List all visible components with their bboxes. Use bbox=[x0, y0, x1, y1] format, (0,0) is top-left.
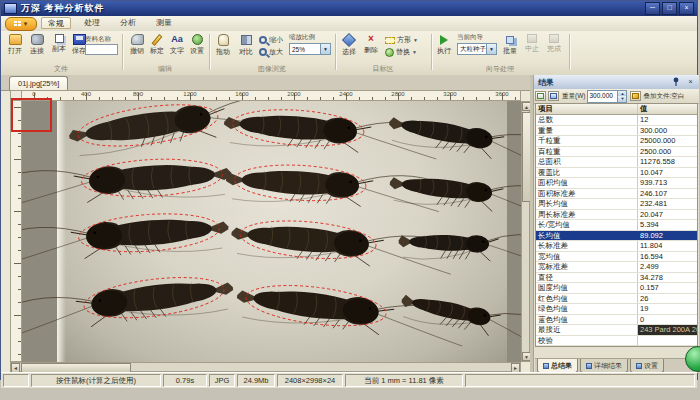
table-row[interactable]: 总面积11276.558 bbox=[536, 157, 697, 168]
table-row[interactable]: 面积标准差246.107 bbox=[536, 189, 697, 200]
vertical-scrollbar[interactable]: ▲ ▼ bbox=[521, 101, 530, 362]
navigator-red-box[interactable] bbox=[11, 98, 52, 132]
ruler-tick bbox=[18, 198, 21, 199]
table-row[interactable]: 圆度均值0.157 bbox=[536, 283, 697, 294]
specimen-shrimp bbox=[22, 155, 233, 208]
refresh-results-button[interactable] bbox=[548, 91, 559, 101]
select-button[interactable]: 选择 bbox=[339, 34, 359, 62]
table-row[interactable]: 校验 bbox=[536, 336, 697, 347]
link-button[interactable]: 连接 bbox=[25, 34, 49, 62]
menu-tab-general[interactable]: 常规 bbox=[41, 17, 71, 29]
specimen-shrimp bbox=[398, 290, 521, 349]
spin-down-icon[interactable]: ▼ bbox=[618, 96, 626, 102]
compare-button[interactable]: 对比 bbox=[235, 34, 257, 62]
table-row[interactable]: 长均值89.092 bbox=[536, 231, 697, 242]
table-row[interactable]: 蓝色均值0 bbox=[536, 315, 697, 326]
drag-icon bbox=[218, 34, 229, 46]
ruler-tick bbox=[18, 302, 21, 303]
drag-button[interactable]: 拖动 bbox=[212, 34, 234, 62]
ruler-tick bbox=[18, 224, 21, 225]
title-bar: 万深 考种分析软件 ─ □ × bbox=[1, 1, 697, 16]
row-item-value: 11.804 bbox=[638, 241, 697, 251]
current-wizard-select[interactable]: 大粒种子 ▼ bbox=[457, 43, 497, 55]
table-row[interactable]: 宽标准差2.499 bbox=[536, 262, 697, 273]
row-item-value: 0 bbox=[638, 315, 697, 325]
table-row[interactable]: 绿色均值19 bbox=[536, 304, 697, 315]
table-row[interactable]: 直径34.278 bbox=[536, 273, 697, 284]
table-row[interactable]: 宽均值16.594 bbox=[536, 252, 697, 263]
ruler-label: 1600 bbox=[235, 91, 248, 97]
edit-overlay-button[interactable] bbox=[630, 91, 641, 101]
minimize-button[interactable]: ─ bbox=[645, 2, 660, 15]
data-name-caption: 资料名称 bbox=[85, 35, 111, 44]
menu-tab-analyze[interactable]: 分析 bbox=[113, 17, 143, 29]
zoom-out-button[interactable]: 缩小 bbox=[259, 35, 283, 45]
table-row[interactable]: 周长标准差20.047 bbox=[536, 210, 697, 221]
abort-button[interactable]: 中止 bbox=[522, 34, 542, 62]
menu-tab-measure[interactable]: 测量 bbox=[149, 17, 179, 29]
open-button[interactable]: 打开 bbox=[3, 34, 27, 62]
table-row[interactable]: 红色均值26 bbox=[536, 294, 697, 305]
row-item-name: 长均值 bbox=[536, 231, 638, 241]
ribbon-group-wizard: 向导处理 bbox=[433, 64, 567, 73]
app-menu-button[interactable]: ▼ bbox=[5, 17, 37, 31]
row-item-value: 19 bbox=[638, 304, 697, 314]
row-item-value: 232.481 bbox=[638, 199, 697, 209]
replace-button[interactable]: 替换 ▼ bbox=[385, 47, 417, 57]
table-row[interactable]: 千粒重25000.000 bbox=[536, 136, 697, 147]
panel-close-icon[interactable]: × bbox=[684, 76, 697, 88]
ruler-tick bbox=[18, 172, 21, 173]
rect-region-button[interactable]: 方形 ▼ bbox=[385, 35, 418, 45]
table-row[interactable]: 长/宽均值5.394 bbox=[536, 220, 697, 231]
finish-button[interactable]: 完成 bbox=[544, 34, 564, 62]
settings-button[interactable]: 设置 bbox=[185, 34, 209, 62]
results-panel-title: 结果 bbox=[534, 77, 669, 88]
results-tab-2[interactable]: 设置 bbox=[630, 359, 664, 373]
close-button[interactable]: × bbox=[679, 2, 694, 15]
zoom-in-button[interactable]: 放大 bbox=[259, 47, 283, 57]
row-item-name: 蓝色均值 bbox=[536, 315, 638, 325]
ribbon-group-target: 目标区 bbox=[337, 64, 429, 73]
horizontal-scrollbar[interactable]: ◄ ► bbox=[10, 362, 521, 372]
ruler-tick bbox=[203, 97, 204, 100]
ruler-tick bbox=[437, 97, 438, 100]
table-row[interactable]: 百粒重2500.000 bbox=[536, 147, 697, 158]
results-tab-0[interactable]: 总结果 bbox=[537, 359, 578, 373]
zoom-ratio-select[interactable]: 25% ▼ bbox=[289, 43, 331, 55]
ruler-tick bbox=[112, 97, 113, 100]
weight-spinner[interactable]: 300.000 ▲ ▼ bbox=[587, 90, 627, 103]
ruler-label: 3200 bbox=[443, 91, 456, 97]
row-item-name: 直径 bbox=[536, 273, 638, 283]
settings-icon bbox=[192, 34, 203, 45]
row-item-name: 千粒重 bbox=[536, 136, 638, 146]
pin-icon[interactable] bbox=[669, 76, 682, 88]
maximize-button[interactable]: □ bbox=[662, 2, 677, 15]
ribbon-group-file: 文件 bbox=[3, 64, 119, 73]
export-results-button[interactable] bbox=[535, 91, 546, 101]
table-row[interactable]: 覆盖比10.047 bbox=[536, 168, 697, 179]
menu-tab-process[interactable]: 处理 bbox=[77, 17, 107, 29]
ruler-tick bbox=[333, 97, 334, 100]
ruler-tick bbox=[18, 185, 21, 186]
ruler-label: 2400 bbox=[339, 91, 352, 97]
chevron-down-icon: ▼ bbox=[320, 44, 330, 54]
table-row[interactable]: 总数12 bbox=[536, 115, 697, 126]
table-row[interactable]: 面积均值939.713 bbox=[536, 178, 697, 189]
table-row[interactable]: 长标准差11.804 bbox=[536, 241, 697, 252]
batch-button[interactable]: 批量 bbox=[500, 34, 520, 62]
calibrate-icon bbox=[152, 34, 163, 46]
document-tab[interactable]: 01j.jpg[25%] bbox=[9, 76, 68, 91]
results-tab-1[interactable]: 详细结果 bbox=[580, 359, 628, 373]
ruler-tick bbox=[18, 341, 21, 342]
delete-button[interactable]: ×删除 bbox=[361, 34, 381, 62]
link-icon bbox=[31, 34, 44, 45]
data-name-input[interactable] bbox=[85, 44, 118, 55]
image-canvas[interactable] bbox=[22, 101, 521, 362]
table-row[interactable]: 重量300.000 bbox=[536, 126, 697, 137]
table-row[interactable]: 周长均值232.481 bbox=[536, 199, 697, 210]
row-item-value: 10.047 bbox=[638, 168, 697, 178]
table-row[interactable]: 最接近243 Pard 200A 203 GE|24... bbox=[536, 325, 697, 336]
export-icon bbox=[537, 93, 544, 99]
execute-button[interactable]: 执行 bbox=[434, 34, 454, 62]
status-time: 0.79s bbox=[163, 374, 207, 387]
